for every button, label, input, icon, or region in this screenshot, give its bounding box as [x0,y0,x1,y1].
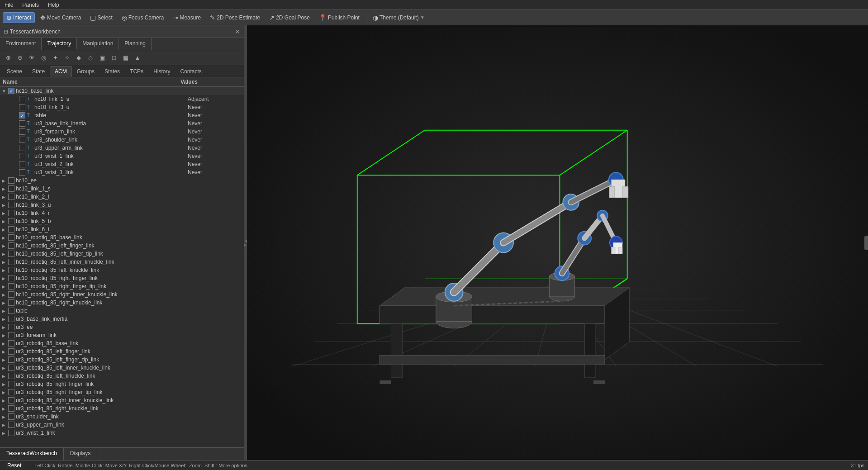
2d-goal-button[interactable]: ↗ 2D Goal Pose [266,12,313,23]
tree-row-ur3_wrist_3_link[interactable]: ▶ T ur3_wrist_3_link Never [0,168,244,176]
tree-row-hc10_link_2_l[interactable]: ▶ hc10_link_2_l [0,193,244,201]
tree-row-ur3_robotiq_85_left_finger_link[interactable]: ▶ ur3_robotiq_85_left_finger_link [0,347,244,356]
2d-pose-button[interactable]: ✎ 2D Pose Estimate [206,12,264,23]
tab-manipulation[interactable]: Manipulation [77,38,119,50]
tree-row-hc10_robotiq_85_right_finger_tip_link[interactable]: ▶ hc10_robotiq_85_right_finger_tip_link [0,282,244,290]
tree-row-hc10_robotiq_85_right_finger_link[interactable]: ▶ hc10_robotiq_85_right_finger_link [0,274,244,282]
measure-button[interactable]: ⊸ Measure [169,12,204,23]
tree-row-ur3_wrist_2_link[interactable]: ▶ T ur3_wrist_2_link Never [0,160,244,168]
tree-row-hc10_link_3_u[interactable]: ▶ T hc10_link_3_u Never [0,103,244,111]
tree-row-hc10_robotiq_85_right_knuckle_link[interactable]: ▶ hc10_robotiq_85_right_knuckle_link [0,299,244,307]
check-table[interactable]: ✓ [19,112,25,119]
tree-row-ur3_robotiq_85_right_finger_tip_link[interactable]: ▶ ur3_robotiq_85_right_finger_tip_link [0,388,244,396]
tree-row-ur3_ee[interactable]: ▶ ur3_ee [0,323,244,331]
check-hc10_robotiq_85_base_link[interactable] [8,234,14,241]
tree-row-ur3_upper_arm_link[interactable]: ▶ T ur3_upper_arm_link Never [0,144,244,152]
acm-tab-groups[interactable]: Groups [72,66,100,77]
menu-panels[interactable]: Panels [20,1,41,9]
tree-row-ur3_robotiq_85_left_inner_knuckle_link[interactable]: ▶ ur3_robotiq_85_left_inner_knuckle_link [0,364,244,372]
icon-btn-2[interactable]: ⊖ [14,52,25,63]
icon-btn-12[interactable]: ▲ [132,52,143,63]
check-hc10_link_3_u[interactable] [19,104,25,110]
theme-button[interactable]: ◑ Theme (Default) ▼ [369,12,428,23]
menu-help[interactable]: Help [46,1,61,9]
tree-row-ur3_base_link_inertia[interactable]: ▶ T ur3_base_link_inertia Never [0,119,244,128]
check-hc10_base_link[interactable]: ✓ [8,88,14,94]
table-content[interactable]: ▼ ✓ hc10_base_link ▶ T hc10_link_1_s Adj… [0,87,244,447]
status-reset[interactable]: Reset [4,462,25,469]
tab-environment[interactable]: Environment [0,38,42,50]
tree-row-hc10_ee[interactable]: ▶ hc10_ee [0,176,244,185]
tree-row-ur3_robotiq_85_base_link[interactable]: ▶ ur3_robotiq_85_base_link [0,339,244,347]
bottom-tab-tesseract[interactable]: TesseractWorkbench [0,448,64,460]
publish-point-button[interactable]: 📍 Publish Point [315,12,363,23]
expand-arrow-hc10_ee[interactable]: ▶ [2,178,8,183]
menu-file[interactable]: File [3,1,15,9]
3d-viewport[interactable] [247,25,868,460]
icon-btn-3[interactable]: 👁 [26,52,37,63]
tree-row-ur3_wrist_1_link_2[interactable]: ▶ ur3_wrist_1_link [0,429,244,437]
tree-row-hc10_robotiq_85_left_finger_tip_link[interactable]: ▶ hc10_robotiq_85_left_finger_tip_link [0,250,244,258]
check-ur3_upper_arm_link[interactable] [19,145,25,151]
acm-tab-acm[interactable]: ACM [50,66,72,77]
check-ur3_shoulder_link[interactable] [19,137,25,143]
select-button[interactable]: ▢ Select [86,12,116,23]
check-hc10_link_2_l[interactable] [8,194,14,200]
tree-row-ur3_robotiq_85_left_knuckle_link[interactable]: ▶ ur3_robotiq_85_left_knuckle_link [0,372,244,380]
tree-row-ur3_base_link_inertia_2[interactable]: ▶ ur3_base_link_inertia [0,315,244,323]
acm-tab-history[interactable]: History [148,66,175,77]
acm-tab-states[interactable]: States [100,66,125,77]
check-ur3_base_link_inertia[interactable] [19,120,25,127]
check-hc10_link_6_t[interactable] [8,226,14,233]
focus-camera-button[interactable]: ◎ Focus Camera [118,12,168,23]
tree-row-hc10_robotiq_85_base_link[interactable]: ▶ hc10_robotiq_85_base_link [0,233,244,242]
tree-row-hc10_link_3_u_r[interactable]: ▶ hc10_link_3_u [0,201,244,209]
tree-row-ur3_robotiq_85_right_finger_link[interactable]: ▶ ur3_robotiq_85_right_finger_link [0,380,244,388]
icon-btn-5[interactable]: ✦ [50,52,61,63]
tree-row-ur3_shoulder_link_2[interactable]: ▶ ur3_shoulder_link [0,413,244,421]
acm-tab-scene[interactable]: Scene [2,66,27,77]
check-ur3_forearm_link[interactable] [19,128,25,135]
tab-planning[interactable]: Planning [119,38,152,50]
bottom-tab-displays[interactable]: Displays [64,448,97,460]
acm-tab-state[interactable]: State [27,66,50,77]
tree-row-ur3_wrist_1_link[interactable]: ▶ T ur3_wrist_1_link Never [0,152,244,160]
icon-btn-6[interactable]: ✧ [62,52,72,63]
panel-close-button[interactable]: ✕ [235,28,240,35]
icon-btn-8[interactable]: ◇ [85,52,96,63]
icon-btn-11[interactable]: ▦ [120,52,131,63]
check-hc10_link_5_b[interactable] [8,218,14,224]
icon-btn-9[interactable]: ▣ [97,52,108,63]
tree-row-table-2[interactable]: ▶ table [0,307,244,315]
icon-btn-4[interactable]: ◎ [38,52,49,63]
tree-row-hc10_link_1_s_r[interactable]: ▶ hc10_link_1_s [0,185,244,193]
tree-row-ur3_forearm_link[interactable]: ▶ T ur3_forearm_link Never [0,128,244,136]
tree-row-ur3_robotiq_85_left_finger_tip_link[interactable]: ▶ ur3_robotiq_85_left_finger_tip_link [0,356,244,364]
acm-tab-contacts[interactable]: Contacts [175,66,206,77]
icon-btn-7[interactable]: ◆ [73,52,84,63]
check-hc10_link_3_u_r[interactable] [8,202,14,208]
check-ur3_wrist_2_link[interactable] [19,161,25,167]
tree-row-hc10_base_link[interactable]: ▼ ✓ hc10_base_link [0,87,244,95]
tree-row-ur3_robotiq_85_right_knuckle_link[interactable]: ▶ ur3_robotiq_85_right_knuckle_link [0,404,244,413]
tree-row-hc10_robotiq_85_left_knuckle_link[interactable]: ▶ hc10_robotiq_85_left_knuckle_link [0,266,244,274]
move-camera-button[interactable]: ✥ Move Camera [37,12,85,23]
check-ur3_wrist_3_link[interactable] [19,169,25,176]
tree-row-ur3_robotiq_85_right_inner_knuckle_link[interactable]: ▶ ur3_robotiq_85_right_inner_knuckle_lin… [0,396,244,404]
tree-row-hc10_robotiq_85_right_inner_knuckle_link[interactable]: ▶ hc10_robotiq_85_right_inner_knuckle_li… [0,290,244,299]
tree-row-hc10_link_1_s[interactable]: ▶ T hc10_link_1_s Adjacent [0,95,244,103]
tree-row-ur3_forearm_link_2[interactable]: ▶ ur3_forearm_link [0,331,244,339]
check-hc10_link_1_s[interactable] [19,96,25,102]
check-hc10_link_4_r[interactable] [8,210,14,216]
tree-row-ur3_shoulder_link[interactable]: ▶ T ur3_shoulder_link Never [0,136,244,144]
tree-row-hc10_link_6_t[interactable]: ▶ hc10_link_6_t [0,225,244,233]
icon-btn-1[interactable]: ⊕ [3,52,14,63]
check-hc10_link_1_s_r[interactable] [8,185,14,192]
check-hc10_ee[interactable] [8,177,14,184]
tree-row-hc10_robotiq_85_left_finger_link[interactable]: ▶ hc10_robotiq_85_left_finger_link [0,242,244,250]
icon-btn-10[interactable]: □ [109,52,119,63]
interact-button[interactable]: ⊕ Interact [3,12,35,23]
tab-trajectory[interactable]: Trajectory [42,38,77,50]
tree-row-ur3_upper_arm_link_2[interactable]: ▶ ur3_upper_arm_link [0,421,244,429]
tree-row-hc10_link_5_b[interactable]: ▶ hc10_link_5_b [0,217,244,225]
